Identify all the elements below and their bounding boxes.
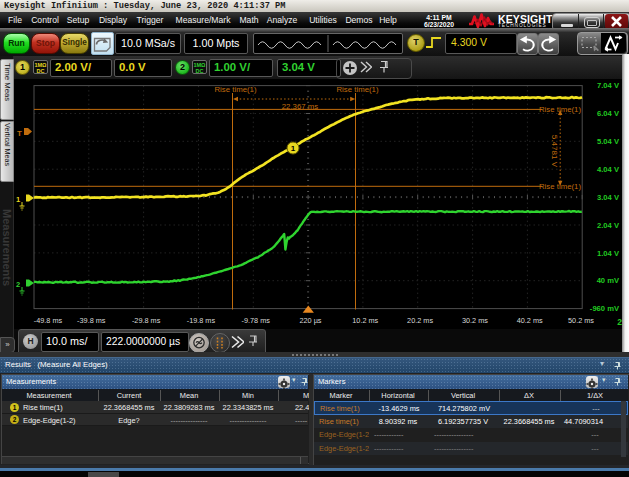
svg-text:Rise time(1): Rise time(1) (336, 85, 378, 94)
svg-text:4.04 V: 4.04 V (597, 165, 620, 174)
svg-text:-29.8 ms: -29.8 ms (132, 316, 161, 325)
svg-text:5.4781 V: 5.4781 V (550, 135, 559, 168)
svg-text:2: 2 (16, 280, 20, 289)
svg-text:40 mV: 40 mV (597, 276, 620, 285)
svg-text:T: T (17, 129, 22, 138)
svg-text:-19.8 ms: -19.8 ms (187, 316, 216, 325)
svg-text:-9.78 ms: -9.78 ms (242, 316, 271, 325)
svg-text:40.2 ms: 40.2 ms (517, 316, 543, 325)
svg-text:30.2 ms: 30.2 ms (462, 316, 488, 325)
svg-text:20.2 ms: 20.2 ms (407, 316, 433, 325)
svg-text:2.04 V: 2.04 V (597, 221, 620, 230)
svg-text:7.04 V: 7.04 V (597, 81, 620, 90)
svg-text:Rise time(1): Rise time(1) (539, 182, 581, 191)
svg-text:10.2 ms: 10.2 ms (352, 316, 378, 325)
svg-text:1.04 V: 1.04 V (597, 249, 620, 258)
svg-text:5.04 V: 5.04 V (597, 137, 620, 146)
svg-text:-49.8 ms: -49.8 ms (34, 316, 63, 325)
svg-text:Rise time(1): Rise time(1) (539, 105, 581, 114)
svg-text:-39.8 ms: -39.8 ms (77, 316, 106, 325)
svg-text:1: 1 (291, 144, 296, 153)
svg-text:Rise time(1): Rise time(1) (214, 85, 256, 94)
svg-text:220 µs: 220 µs (299, 316, 321, 325)
svg-text:1: 1 (16, 195, 20, 204)
svg-text:-960 mV: -960 mV (590, 304, 620, 313)
svg-text:50.2 ms: 50.2 ms (568, 316, 594, 325)
svg-text:6.04 V: 6.04 V (597, 109, 620, 118)
svg-text:22.367 ms: 22.367 ms (282, 102, 319, 111)
svg-text:3.04 V: 3.04 V (597, 193, 620, 202)
